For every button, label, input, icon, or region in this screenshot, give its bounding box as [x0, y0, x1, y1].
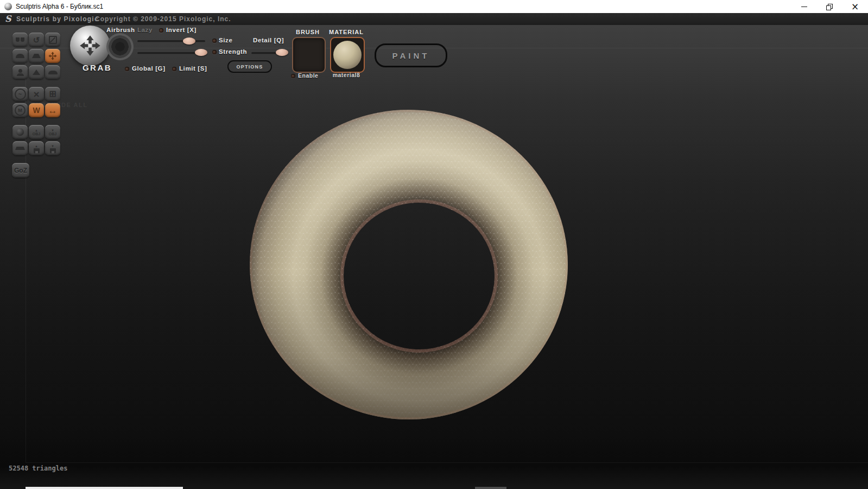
brush-enable-radio[interactable] — [291, 74, 295, 78]
strength-label: Strength — [219, 48, 247, 55]
reduce-brush-button[interactable]: ~ — [12, 87, 28, 101]
brand-text: Sculptris by Pixologic — [16, 15, 99, 23]
restore-icon — [826, 4, 832, 10]
global-label: Global [G] — [132, 65, 166, 72]
inflate-icon — [17, 69, 24, 76]
subdivide-all-button[interactable]: ⊞ — [45, 87, 60, 101]
tool-inflate-button[interactable] — [12, 65, 28, 79]
reduce-brush-icon: ~ — [15, 89, 26, 100]
lazy-label: Lazy — [137, 27, 153, 33]
goz-button[interactable]: GoZ — [12, 163, 29, 178]
active-tool-sphere[interactable] — [70, 26, 110, 66]
strength-radio[interactable] — [212, 50, 217, 54]
taskbar-sliver-gray — [475, 487, 506, 489]
new-sphere-button[interactable] — [12, 125, 28, 139]
invert-radio[interactable] — [159, 28, 163, 33]
minimize-icon — [801, 7, 807, 7]
reduce-selected-button[interactable]: × — [29, 87, 44, 101]
airbrush-label: Airbrush — [106, 27, 135, 33]
active-tool-name: GRAB — [73, 63, 122, 72]
invert-label: Invert [X] — [166, 27, 197, 33]
size-label: Size — [219, 37, 232, 43]
open-file-icon: ▴ — [34, 144, 40, 153]
restore-button[interactable] — [816, 0, 841, 13]
import-obj-icon: ▴OBJ — [33, 128, 40, 136]
viewport-bottom-border — [26, 462, 868, 463]
save-file-icon: ▾ — [50, 144, 56, 153]
save-file-button[interactable]: ▾ — [45, 141, 60, 155]
subdivide-all-icon: ⊞ — [49, 90, 56, 98]
export-obj-button[interactable]: ▾OBJ — [45, 125, 60, 139]
material-sphere-preview — [333, 41, 362, 69]
wireframe-icon: W — [33, 106, 40, 114]
brush-preview-ring[interactable] — [106, 33, 134, 60]
draw-icon — [16, 54, 24, 58]
wireframe-button[interactable]: W — [29, 103, 44, 117]
mask-button[interactable]: M — [12, 103, 28, 117]
titlebar: Sculptris Alpha 6 - Бублик.sc1 × — [0, 0, 868, 13]
close-icon: × — [851, 0, 859, 13]
material-box[interactable] — [330, 37, 365, 73]
mask-icon: M — [15, 105, 26, 116]
sphere-icon — [16, 128, 24, 136]
brush-section-label: BRUSH — [291, 29, 325, 35]
brush-enable-label: Enable — [298, 72, 318, 79]
brush-alpha-box[interactable] — [292, 37, 326, 73]
pinch-icon — [33, 70, 40, 75]
limit-radio[interactable] — [172, 67, 176, 71]
export-obj-icon: ▾OBJ — [49, 128, 56, 136]
copyright-text: Copyright © 2009-2015 Pixologic, Inc. — [95, 15, 231, 23]
size-slider-handle[interactable] — [183, 37, 195, 45]
grab-arrows-icon — [78, 34, 102, 58]
flatten-icon — [32, 54, 41, 58]
tool-crease-button[interactable] — [12, 33, 28, 47]
limit-label: Limit [S] — [179, 65, 207, 72]
minimize-button[interactable] — [791, 0, 816, 13]
tool-draw-button[interactable] — [12, 49, 28, 63]
smooth-icon — [48, 71, 58, 74]
close-button[interactable]: × — [842, 0, 868, 13]
window-title: Sculptris Alpha 6 - Бублик.sc1 — [16, 0, 103, 13]
tool-scale-button[interactable] — [45, 33, 60, 47]
detail-label: Detail [Q] — [253, 37, 284, 43]
new-plane-button[interactable] — [12, 141, 28, 155]
open-file-button[interactable]: ▴ — [29, 141, 44, 155]
material-name: material8 — [328, 72, 365, 78]
tool-rotate-button[interactable]: ↺ — [29, 33, 44, 47]
tool-flatten-button[interactable] — [29, 49, 44, 63]
triangle-count: 52548 triangles — [9, 465, 67, 472]
crease-icon — [16, 37, 24, 42]
detail-slider-handle[interactable] — [276, 49, 288, 56]
grab-arrows-icon — [48, 51, 58, 61]
rotate-icon: ↺ — [33, 36, 40, 44]
sculptris-window: Sculptris Alpha 6 - Бублик.sc1 × S Sculp… — [0, 0, 868, 489]
plane-icon — [15, 147, 25, 150]
strength-slider-handle[interactable] — [195, 49, 207, 56]
tool-smooth-button[interactable] — [45, 65, 60, 79]
global-radio[interactable] — [125, 67, 129, 71]
scale-icon — [49, 36, 57, 44]
tool-grab-button[interactable] — [45, 49, 60, 63]
size-radio[interactable] — [212, 39, 217, 43]
symmetry-button[interactable]: ↔ — [45, 103, 60, 117]
brand-bar: S Sculptris by Pixologic Copyright © 200… — [0, 13, 868, 25]
options-button[interactable]: OPTIONS — [227, 60, 272, 73]
reduce-selected-icon: × — [33, 89, 39, 99]
viewport-canvas[interactable] — [26, 48, 868, 462]
app-icon — [4, 3, 12, 10]
paint-mode-button[interactable]: PAINT — [375, 43, 447, 67]
import-obj-button[interactable]: ▴OBJ — [29, 125, 44, 139]
symmetry-icon: ↔ — [48, 106, 58, 115]
taskbar-sliver-white — [26, 487, 183, 489]
sculptris-logo-icon: S — [5, 14, 11, 24]
material-section-label: MATERIAL — [328, 29, 365, 35]
tool-pinch-button[interactable] — [29, 65, 44, 79]
